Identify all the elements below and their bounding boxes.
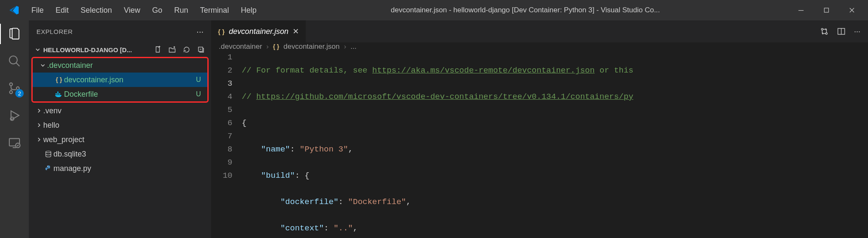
breadcrumb-folder[interactable]: .devcontainer — [219, 42, 262, 51]
window-controls — [788, 0, 865, 20]
code-content[interactable]: // For format details, see https://aka.m… — [242, 51, 868, 238]
docker-file-icon — [54, 91, 64, 97]
titlebar: File Edit Selection View Go Run Terminal… — [0, 0, 868, 20]
workspace-name: HELLOWORLD-DJANGO [D... — [43, 46, 151, 53]
git-status: U — [195, 76, 202, 84]
menu-edit[interactable]: Edit — [50, 4, 75, 17]
json-file-icon: { } — [54, 76, 64, 83]
annotation-highlight: .devcontainer { } devcontainer.json U Do… — [31, 57, 209, 103]
explorer-actions — [154, 45, 205, 54]
tree-label: Dockerfile — [64, 90, 195, 99]
folder-web-project[interactable]: web_project — [29, 132, 211, 147]
menu-help[interactable]: Help — [235, 4, 262, 17]
menubar: File Edit Selection View Go Run Terminal… — [25, 4, 262, 17]
chevron-right-icon: › — [344, 42, 346, 51]
menu-go[interactable]: Go — [146, 4, 168, 17]
menu-selection[interactable]: Selection — [75, 4, 118, 17]
split-editor-icon[interactable] — [837, 27, 846, 36]
json-file-icon: { } — [218, 28, 225, 35]
compare-changes-icon[interactable] — [820, 27, 829, 36]
tab-bar: { } devcontainer.json ✕ ··· — [211, 20, 868, 42]
tab-label: devcontainer.json — [229, 27, 288, 36]
sidebar: EXPLORER ··· HELLOWORLD-DJANGO [D... .de… — [29, 20, 211, 238]
folder-devcontainer[interactable]: .devcontainer — [33, 58, 207, 73]
more-actions-icon[interactable]: ··· — [854, 27, 860, 36]
search-icon[interactable] — [7, 53, 22, 69]
menu-view[interactable]: View — [118, 4, 146, 17]
file-db-sqlite[interactable]: db.sqlite3 — [29, 147, 211, 161]
svg-point-2 — [9, 56, 17, 64]
svg-rect-0 — [798, 10, 804, 11]
menu-file[interactable]: File — [25, 4, 50, 17]
code-editor[interactable]: 1 2 3 4 5 6 7 8 9 10 // For format detai… — [211, 51, 868, 238]
refresh-icon[interactable] — [182, 45, 191, 54]
python-file-icon — [43, 165, 53, 172]
explorer-more-icon[interactable]: ··· — [196, 27, 204, 36]
svg-rect-1 — [824, 8, 829, 12]
svg-point-4 — [10, 91, 13, 94]
explorer-icon[interactable] — [7, 26, 22, 42]
remote-explorer-icon[interactable] — [7, 135, 22, 150]
svg-point-14 — [46, 151, 51, 153]
breadcrumb-file[interactable]: devcontainer.json — [284, 42, 340, 51]
tree-label: devcontainer.json — [64, 76, 195, 84]
folder-section-header[interactable]: HELLOWORLD-DJANGO [D... — [29, 42, 211, 57]
tab-devcontainer-json[interactable]: { } devcontainer.json ✕ — [211, 20, 306, 42]
breadcrumbs[interactable]: .devcontainer › { } devcontainer.json › … — [211, 42, 868, 51]
database-file-icon — [43, 151, 53, 157]
run-debug-icon[interactable] — [7, 108, 22, 123]
maximize-button[interactable] — [814, 0, 839, 20]
minimize-button[interactable] — [788, 0, 814, 20]
new-folder-icon[interactable] — [168, 45, 176, 54]
chevron-right-icon — [35, 108, 43, 114]
file-devcontainer-json[interactable]: { } devcontainer.json U — [33, 73, 207, 87]
tree-label: manage.py — [53, 164, 206, 173]
file-dockerfile[interactable]: Dockerfile U — [33, 87, 207, 101]
git-status: U — [195, 90, 202, 98]
source-control-icon[interactable]: 2 — [7, 81, 22, 96]
svg-rect-11 — [57, 93, 59, 95]
editor-area: { } devcontainer.json ✕ ··· .devcontaine… — [211, 20, 868, 238]
svg-point-3 — [10, 83, 13, 86]
window-title: devcontainer.json - helloworld-django [D… — [262, 6, 788, 14]
svg-point-16 — [821, 28, 823, 30]
svg-rect-10 — [56, 93, 57, 95]
scm-badge: 2 — [15, 89, 24, 98]
svg-point-17 — [826, 33, 827, 34]
svg-rect-13 — [57, 92, 59, 93]
tree-label: web_project — [43, 135, 206, 144]
file-manage-py[interactable]: manage.py — [29, 161, 211, 176]
vscode-logo-icon — [8, 4, 20, 16]
tree-label: .devcontainer — [47, 61, 195, 70]
chevron-down-icon — [35, 47, 41, 53]
breadcrumb-more[interactable]: ... — [351, 42, 357, 51]
sidebar-header: EXPLORER ··· — [29, 20, 211, 42]
explorer-title: EXPLORER — [36, 28, 73, 35]
chevron-right-icon: › — [266, 42, 269, 51]
collapse-all-icon[interactable] — [197, 45, 205, 54]
close-button[interactable] — [839, 0, 865, 20]
tree-label: .venv — [43, 106, 206, 115]
svg-rect-12 — [59, 93, 60, 95]
tree-label: hello — [43, 121, 206, 130]
chevron-right-icon — [35, 137, 43, 143]
chevron-right-icon — [35, 122, 43, 128]
tree-label: db.sqlite3 — [53, 150, 206, 159]
line-gutter: 1 2 3 4 5 6 7 8 9 10 — [211, 51, 242, 238]
json-file-icon: { } — [273, 43, 279, 50]
main-area: 2 EXPLORER ··· HELLOWORLD-DJANGO [D... — [0, 20, 868, 238]
menu-run[interactable]: Run — [168, 4, 194, 17]
editor-actions: ··· — [812, 27, 868, 36]
activity-bar: 2 — [0, 20, 29, 238]
menu-terminal[interactable]: Terminal — [194, 4, 235, 17]
new-file-icon[interactable] — [154, 45, 162, 54]
folder-venv[interactable]: .venv — [29, 104, 211, 118]
close-tab-icon[interactable]: ✕ — [293, 27, 299, 36]
chevron-down-icon — [39, 62, 47, 68]
svg-point-15 — [47, 166, 48, 167]
folder-hello[interactable]: hello — [29, 118, 211, 132]
